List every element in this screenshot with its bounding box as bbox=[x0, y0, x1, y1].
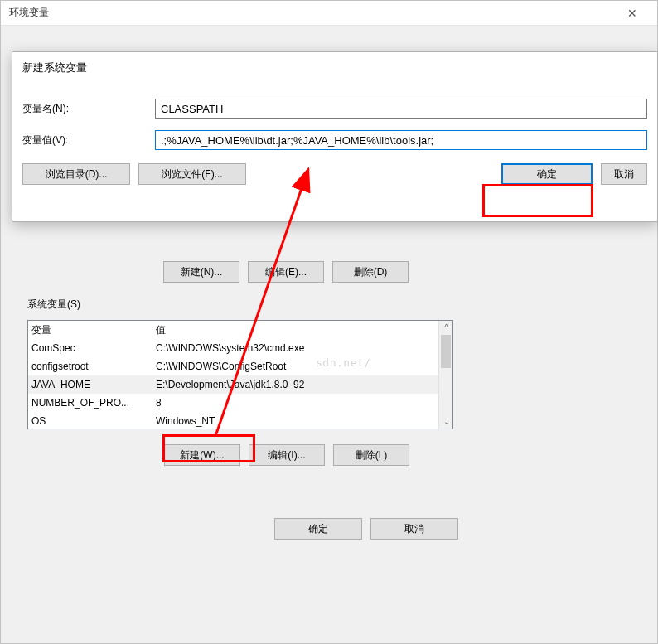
env-ok-button[interactable]: 确定 bbox=[274, 518, 362, 540]
modal-button-row: 浏览目录(D)... 浏览文件(F)... 确定 取消 bbox=[22, 163, 647, 185]
table-row[interactable]: ComSpec C:\WINDOWS\system32\cmd.exe bbox=[28, 339, 438, 357]
modal-title: 新建系统变量 bbox=[12, 52, 657, 80]
cell-val: C:\WINDOWS\system32\cmd.exe bbox=[156, 342, 435, 354]
variable-name-row: 变量名(N): bbox=[22, 99, 647, 119]
env-vars-bottom-row: 确定 取消 bbox=[274, 518, 458, 540]
outer-title-text: 环境变量 bbox=[9, 6, 616, 20]
scroll-down-icon[interactable]: ⌄ bbox=[439, 414, 453, 429]
scroll-up-icon[interactable]: ^ bbox=[439, 321, 453, 335]
browse-directory-button[interactable]: 浏览目录(D)... bbox=[22, 163, 130, 185]
user-edit-button[interactable]: 编辑(E)... bbox=[248, 261, 324, 283]
outer-titlebar[interactable]: 环境变量 ✕ bbox=[1, 1, 657, 26]
variable-value-label: 变量值(V): bbox=[22, 133, 147, 148]
table-row[interactable]: configsetroot C:\WINDOWS\ConfigSetRoot bbox=[28, 357, 438, 375]
system-vars-button-row: 新建(W)... 编辑(I)... 删除(L) bbox=[27, 444, 463, 466]
table-row[interactable]: OS Windows_NT bbox=[28, 412, 438, 429]
cell-val: C:\WINDOWS\ConfigSetRoot bbox=[156, 361, 435, 372]
modal-ok-button[interactable]: 确定 bbox=[501, 163, 593, 185]
env-cancel-button[interactable]: 取消 bbox=[370, 518, 458, 540]
cell-val: E:\Development\Java\jdk1.8.0_92 bbox=[156, 379, 435, 390]
variable-value-row: 变量值(V): bbox=[22, 130, 647, 150]
user-new-button[interactable]: 新建(N)... bbox=[163, 261, 239, 283]
scroll-thumb[interactable] bbox=[441, 335, 451, 368]
system-variables-group: 系统变量(S) 变量 值 ComSpec C:\WINDOWS\system32… bbox=[27, 298, 463, 466]
system-variables-list[interactable]: 变量 值 ComSpec C:\WINDOWS\system32\cmd.exe… bbox=[27, 320, 453, 429]
list-header: 变量 值 bbox=[28, 321, 438, 339]
variable-name-input[interactable] bbox=[155, 99, 647, 119]
cell-var: NUMBER_OF_PRO... bbox=[31, 397, 156, 409]
user-delete-button[interactable]: 删除(D) bbox=[332, 261, 409, 283]
modal-body: 变量名(N): 变量值(V): 浏览目录(D)... 浏览文件(F)... 确定… bbox=[12, 80, 657, 195]
system-new-button[interactable]: 新建(W)... bbox=[164, 444, 240, 466]
cell-var: JAVA_HOME bbox=[31, 379, 156, 390]
cell-val: Windows_NT bbox=[156, 415, 435, 427]
variable-value-input[interactable] bbox=[155, 130, 647, 150]
system-delete-button[interactable]: 删除(L) bbox=[333, 444, 409, 466]
cell-var: ComSpec bbox=[31, 342, 156, 354]
scroll-track[interactable] bbox=[439, 335, 452, 414]
variable-name-label: 变量名(N): bbox=[22, 102, 147, 116]
close-icon[interactable]: ✕ bbox=[616, 7, 649, 20]
cell-val: 8 bbox=[156, 397, 435, 409]
modal-cancel-button[interactable]: 取消 bbox=[601, 163, 647, 185]
user-vars-button-row: 新建(N)... 编辑(E)... 删除(D) bbox=[163, 261, 409, 283]
new-system-variable-dialog: 新建系统变量 变量名(N): 变量值(V): 浏览目录(D)... 浏览文件(F… bbox=[12, 51, 658, 222]
header-value: 值 bbox=[156, 323, 435, 337]
system-variables-label: 系统变量(S) bbox=[27, 298, 463, 312]
list-scrollbar[interactable]: ^ ⌄ bbox=[438, 321, 452, 429]
browse-file-button[interactable]: 浏览文件(F)... bbox=[138, 163, 246, 185]
system-edit-button[interactable]: 编辑(I)... bbox=[249, 444, 325, 466]
header-variable: 变量 bbox=[31, 323, 156, 337]
cell-var: OS bbox=[31, 415, 156, 427]
table-row[interactable]: NUMBER_OF_PRO... 8 bbox=[28, 394, 438, 412]
cell-var: configsetroot bbox=[31, 361, 156, 372]
table-row[interactable]: JAVA_HOME E:\Development\Java\jdk1.8.0_9… bbox=[28, 375, 438, 394]
